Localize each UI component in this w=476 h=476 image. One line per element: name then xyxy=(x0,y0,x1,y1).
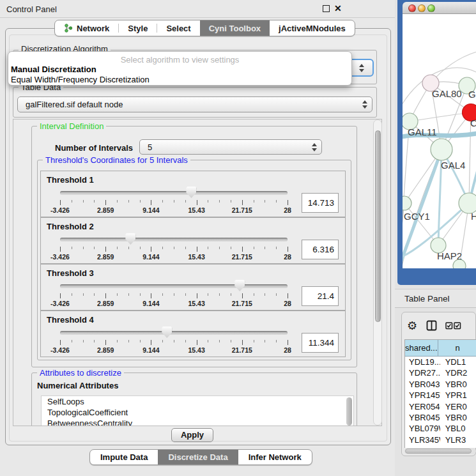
cell-shared-name[interactable]: YER054C xyxy=(405,401,440,412)
cell-name[interactable]: YDR2 xyxy=(440,367,476,378)
table-panel-titlebar: Table Panel xyxy=(395,289,476,308)
table-row[interactable]: YER054CYER0 xyxy=(405,401,476,412)
table-data-combobox[interactable]: galFiltered.sif default node xyxy=(17,96,372,112)
tab-cyni-toolbox[interactable]: Cyni Toolbox xyxy=(200,20,270,36)
slider-track[interactable] xyxy=(60,238,288,242)
settings-scrollbar[interactable] xyxy=(373,119,382,426)
cell-shared-name[interactable]: YDR27... xyxy=(405,367,440,378)
network-edge[interactable] xyxy=(410,112,471,121)
threshold-panel: Threshold 1 -3.4262.8599.14415.4321.7152… xyxy=(40,171,346,217)
float-icon[interactable] xyxy=(323,5,330,12)
network-node-label: H xyxy=(471,211,476,222)
apply-button[interactable]: Apply xyxy=(171,428,213,442)
threshold-slider[interactable]: -3.4262.8599.14415.4321.71528 xyxy=(60,311,288,358)
attribute-list-item[interactable]: BetweennessCentrality xyxy=(42,418,353,426)
network-node[interactable] xyxy=(403,196,411,210)
scrollbar-thumb[interactable] xyxy=(375,130,381,322)
threshold-value-field[interactable]: 6.316 xyxy=(302,240,339,259)
minimize-traffic-light-icon[interactable] xyxy=(418,4,426,12)
tab-select[interactable]: Select xyxy=(157,20,199,36)
gear-icon[interactable]: ⚙ xyxy=(407,319,417,333)
table-row[interactable]: YDL19...YDL1 xyxy=(405,357,476,367)
column-header-name[interactable]: n xyxy=(438,340,476,357)
slider-tick xyxy=(140,293,141,296)
cell-name[interactable]: YBR0 xyxy=(440,412,476,423)
tab-discretize-data[interactable]: Discretize Data xyxy=(158,450,238,464)
tab-label: jActiveMNodules xyxy=(279,24,346,33)
dropdown-option-manual-discretization[interactable]: Manual Discretization xyxy=(11,65,96,74)
cell-name[interactable]: YPR1 xyxy=(440,390,476,401)
cell-shared-name[interactable]: YDL19... xyxy=(405,357,440,367)
slider-tick-labels: -3.4262.8599.14415.4321.71528 xyxy=(60,253,288,261)
threshold-slider[interactable]: -3.4262.8599.14415.4321.71528 xyxy=(60,218,288,265)
slider-thumb[interactable] xyxy=(125,233,135,245)
table-row[interactable]: YBR045CYBR0 xyxy=(405,412,476,423)
slider-tick xyxy=(231,200,231,203)
checkbox-icon[interactable] xyxy=(454,322,461,330)
cell-shared-name[interactable]: YLR345W xyxy=(405,434,440,445)
tab-impute-data[interactable]: Impute Data xyxy=(90,450,158,464)
tab-label: Style xyxy=(128,24,148,33)
zoom-traffic-light-icon[interactable] xyxy=(427,4,435,12)
close-icon[interactable]: ✕ xyxy=(334,3,342,13)
attribute-list-item[interactable]: TopologicalCoefficient xyxy=(42,407,353,418)
cell-name[interactable]: YER0 xyxy=(440,401,476,412)
slider-ticks xyxy=(60,200,288,206)
cell-shared-name[interactable]: YBL079W xyxy=(405,423,440,434)
slider-track[interactable] xyxy=(60,284,288,288)
cell-name[interactable]: YBR0 xyxy=(440,379,476,390)
slider-track[interactable] xyxy=(60,191,288,195)
attribute-list-item[interactable]: SelfLoops xyxy=(42,396,353,407)
table-row[interactable]: YDR27...YDR2 xyxy=(405,367,476,378)
checkbox-icon[interactable] xyxy=(445,322,453,330)
columns-icon[interactable] xyxy=(426,320,438,332)
slider-tick xyxy=(94,247,95,249)
tab-network[interactable]: Network xyxy=(55,20,118,36)
dropdown-placeholder-option[interactable]: Select algorithm to view settings xyxy=(8,55,351,65)
slider-tick-labels: -3.4262.8599.14415.4321.71528 xyxy=(60,346,288,354)
scrollbar-thumb[interactable] xyxy=(405,449,472,454)
table-row[interactable]: YBL079WYBL0 xyxy=(405,423,476,434)
tab-jactivemnodules[interactable]: jActiveMNodules xyxy=(270,20,355,36)
cell-shared-name[interactable]: YBR045C xyxy=(405,412,440,423)
cell-name[interactable]: YLR3 xyxy=(440,434,476,445)
tab-style[interactable]: Style xyxy=(119,20,157,36)
threshold-value-field[interactable]: 11.344 xyxy=(302,333,339,353)
cell-name[interactable]: YDL1 xyxy=(440,357,476,367)
slider-tick xyxy=(231,340,231,342)
network-canvas[interactable]: GAL80GCGAL11GAL4GCY1HHAP2 xyxy=(403,14,476,268)
cell-shared-name[interactable]: YPR145W xyxy=(405,390,440,401)
slider-tick xyxy=(208,200,208,203)
slider-tick-label: -3.426 xyxy=(50,300,70,307)
table-row[interactable]: YPR145WYPR1 xyxy=(405,390,476,401)
cell-name[interactable]: YBL0 xyxy=(440,423,476,434)
algorithm-dropdown-popup: Select algorithm to view settings Manual… xyxy=(8,51,352,86)
number-of-intervals-combobox[interactable]: 5 xyxy=(139,139,322,155)
cell-shared-name[interactable]: YBR043C xyxy=(405,379,440,390)
table-row[interactable]: YLR345WYLR3 xyxy=(405,434,476,445)
slider-tick-label: -3.426 xyxy=(50,253,70,261)
network-node[interactable] xyxy=(431,139,452,160)
threshold-value-field[interactable]: 21.4 xyxy=(302,286,339,306)
dropdown-option-equal-width[interactable]: Equal Width/Frequency Discretization xyxy=(11,75,150,84)
thresholds-group: Threshold's Coordinates for 5 Intervals … xyxy=(37,160,351,360)
numerical-attributes-list[interactable]: SelfLoopsTopologicalCoefficientBetweenne… xyxy=(41,395,354,426)
slider-track[interactable] xyxy=(60,331,288,335)
slider-thumb[interactable] xyxy=(162,326,172,338)
close-traffic-light-icon[interactable] xyxy=(408,4,416,12)
threshold-slider[interactable]: -3.4262.8599.14415.4321.71528 xyxy=(60,171,288,218)
slider-thumb[interactable] xyxy=(186,187,196,198)
threshold-value-field[interactable]: 14.713 xyxy=(302,193,339,213)
tab-label: Discretize Data xyxy=(168,452,227,462)
network-node[interactable] xyxy=(453,259,466,268)
list-scrollbar[interactable] xyxy=(346,397,352,426)
table-hscrollbar[interactable] xyxy=(404,448,476,454)
tab-infer-network[interactable]: Infer Network xyxy=(238,450,312,464)
table-row[interactable]: YBR043CYBR0 xyxy=(405,379,476,390)
slider-tick xyxy=(83,340,84,342)
slider-tick xyxy=(231,247,231,249)
slider-tick xyxy=(276,247,277,249)
column-header-shared-name[interactable]: shared... xyxy=(405,340,438,357)
threshold-slider[interactable]: -3.4262.8599.14415.4321.71528 xyxy=(60,265,288,311)
slider-thumb[interactable] xyxy=(234,280,245,291)
